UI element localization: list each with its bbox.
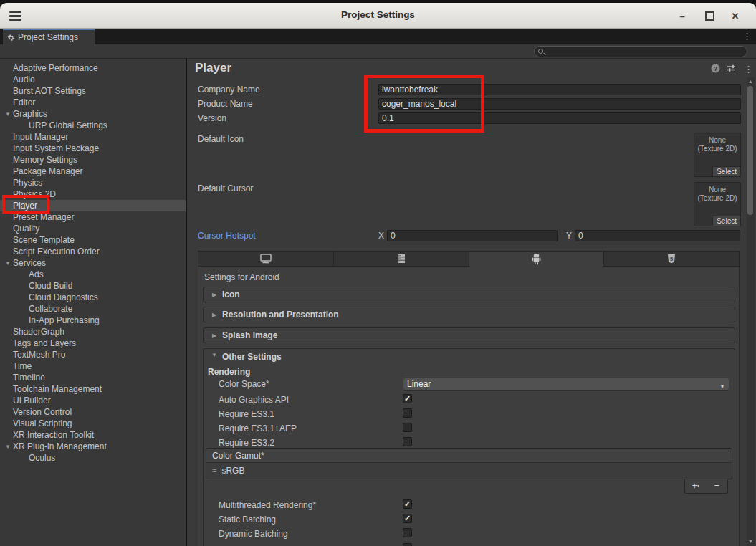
page-title: Player xyxy=(195,61,231,75)
sidebar-item-tags-and-layers[interactable]: Tags and Layers xyxy=(0,337,186,349)
sidebar-item-ui-builder[interactable]: UI Builder xyxy=(0,395,186,406)
tab-platform-android[interactable] xyxy=(469,252,605,267)
sidebar-item-burst-aot-settings[interactable]: Burst AOT Settings xyxy=(0,85,186,97)
sidebar-item-visual-scripting[interactable]: Visual Scripting xyxy=(0,418,186,429)
default-icon-select-button[interactable]: Select xyxy=(712,166,740,176)
require-es32-checkbox[interactable] xyxy=(403,437,412,446)
sidebar-item-input-manager[interactable]: Input Manager xyxy=(0,131,186,143)
require-es31-checkbox[interactable] xyxy=(403,408,412,418)
sidebar-item-graphics[interactable]: Graphics xyxy=(0,108,186,120)
foldout-closed-icon xyxy=(209,312,219,318)
sidebar-item-script-execution-order[interactable]: Script Execution Order xyxy=(0,246,186,257)
tab-project-settings[interactable]: Project Settings xyxy=(3,29,95,44)
sidebar-item-quality[interactable]: Quality xyxy=(0,223,186,234)
hotspot-y-field[interactable] xyxy=(575,230,740,241)
scroll-up-icon[interactable]: ▲ xyxy=(747,79,755,84)
sidebar-item-package-manager[interactable]: Package Manager xyxy=(0,166,186,177)
tab-platform-dedicated-server[interactable] xyxy=(334,252,469,267)
color-gamut-list-buttons: +▾ − xyxy=(684,479,728,494)
dynamic-batching-checkbox[interactable] xyxy=(403,528,412,537)
sidebar-item-xr-interaction-toolkit[interactable]: XR Interaction Toolkit xyxy=(0,429,186,441)
sidebar-item-xr-plug-in-management[interactable]: XR Plug-in Management xyxy=(0,441,186,452)
hotspot-x-field[interactable] xyxy=(387,230,558,241)
clipped-checkbox[interactable] xyxy=(403,543,412,546)
hotspot-x-label: X xyxy=(378,231,384,241)
require-es31aep-checkbox[interactable] xyxy=(403,423,412,432)
default-icon-texture-slot[interactable]: None (Texture 2D) Select xyxy=(694,133,741,177)
cursor-hotspot-label: Cursor Hotspot xyxy=(198,231,256,241)
foldout-open-icon[interactable] xyxy=(3,111,13,118)
tab-platform-standalone[interactable] xyxy=(198,252,334,267)
settings-toolbar xyxy=(0,44,756,59)
foldout-closed-icon xyxy=(209,292,219,298)
search-input[interactable] xyxy=(546,47,743,56)
scrollbar-thumb[interactable] xyxy=(747,86,753,215)
multithreaded-rendering-label: Multithreaded Rendering* xyxy=(219,500,316,510)
sidebar-item-services[interactable]: Services xyxy=(0,257,186,269)
sidebar-item-input-system-package[interactable]: Input System Package xyxy=(0,143,186,154)
scroll-down-icon[interactable]: ▼ xyxy=(747,539,755,544)
html5-shield-icon: 5 xyxy=(667,254,676,264)
sidebar-item-adaptive-performance[interactable]: Adaptive Performance xyxy=(0,62,186,74)
add-gamut-button[interactable]: +▾ xyxy=(685,479,707,493)
sidebar-item-textmesh-pro[interactable]: TextMesh Pro xyxy=(0,349,186,360)
require-es31-label: Require ES3.1 xyxy=(219,409,274,419)
search-box[interactable] xyxy=(534,46,747,57)
sidebar-item-memory-settings[interactable]: Memory Settings xyxy=(0,154,186,166)
tab-options-kebab-icon[interactable] xyxy=(742,31,752,42)
vertical-scrollbar[interactable]: ▲ ▼ xyxy=(747,77,755,546)
require-es32-label: Require ES3.2 xyxy=(219,438,274,448)
svg-text:5: 5 xyxy=(670,256,673,262)
server-icon xyxy=(396,254,406,264)
remove-gamut-button[interactable]: − xyxy=(707,479,728,493)
hotspot-y-label: Y xyxy=(566,231,572,241)
color-space-dropdown[interactable]: Linear xyxy=(403,378,729,391)
static-batching-label: Static Batching xyxy=(219,514,276,525)
sidebar-item-in-app-purchasing[interactable]: In-App Purchasing xyxy=(0,315,186,326)
dynamic-batching-label: Dynamic Batching xyxy=(219,529,288,539)
minimize-button[interactable] xyxy=(671,3,693,29)
context-menu-kebab-icon[interactable] xyxy=(744,64,753,75)
section-splash-image[interactable]: Splash Image xyxy=(203,327,735,343)
sidebar-item-cloud-build[interactable]: Cloud Build xyxy=(0,280,186,292)
platform-tab-strip: 5 xyxy=(198,251,740,267)
auto-graphics-api-checkbox[interactable] xyxy=(403,394,412,403)
sidebar-item-audio[interactable]: Audio xyxy=(0,74,186,85)
sidebar-item-timeline[interactable]: Timeline xyxy=(0,372,186,383)
help-icon[interactable]: ? xyxy=(711,64,720,73)
auto-graphics-api-label: Auto Graphics API xyxy=(219,395,289,405)
sidebar-item-time[interactable]: Time xyxy=(0,360,186,372)
sidebar-item-urp-global-settings[interactable]: URP Global Settings xyxy=(0,120,186,131)
drag-handle-icon[interactable] xyxy=(212,466,216,475)
tab-platform-webgl[interactable]: 5 xyxy=(604,252,739,267)
presets-icon[interactable] xyxy=(727,64,736,72)
gear-icon xyxy=(7,34,15,42)
section-icon[interactable]: Icon xyxy=(203,287,735,302)
multithreaded-rendering-checkbox[interactable] xyxy=(403,499,412,509)
close-button[interactable] xyxy=(724,3,746,29)
maximize-button[interactable] xyxy=(699,3,720,29)
foldout-open-icon xyxy=(209,352,219,358)
svg-text:?: ? xyxy=(714,65,718,72)
search-icon xyxy=(538,49,543,54)
sidebar-item-scene-template[interactable]: Scene Template xyxy=(0,234,186,246)
sidebar-item-toolchain-management[interactable]: Toolchain Management xyxy=(0,383,186,395)
rendering-header: Rendering xyxy=(208,367,250,377)
foldout-open-icon[interactable] xyxy=(3,444,13,450)
static-batching-checkbox[interactable] xyxy=(403,514,412,523)
tab-label: Project Settings xyxy=(18,32,78,42)
sidebar-item-physics[interactable]: Physics xyxy=(0,177,186,188)
sidebar-item-shadergraph[interactable]: ShaderGraph xyxy=(0,326,186,337)
foldout-open-icon[interactable] xyxy=(3,260,13,267)
color-space-label: Color Space* xyxy=(219,379,269,389)
sidebar-item-editor[interactable]: Editor xyxy=(0,97,186,108)
sidebar-item-oculus[interactable]: Oculus xyxy=(0,452,186,464)
default-cursor-select-button[interactable]: Select xyxy=(712,216,740,226)
sidebar-item-version-control[interactable]: Version Control xyxy=(0,406,186,418)
sidebar-item-cloud-diagnostics[interactable]: Cloud Diagnostics xyxy=(0,292,186,303)
section-resolution-and-presentation[interactable]: Resolution and Presentation xyxy=(203,307,735,322)
default-cursor-texture-slot[interactable]: None (Texture 2D) Select xyxy=(694,182,741,226)
color-gamut-item-srgb[interactable]: sRGB xyxy=(206,463,732,479)
sidebar-item-ads[interactable]: Ads xyxy=(0,269,186,280)
sidebar-item-collaborate[interactable]: Collaborate xyxy=(0,303,186,315)
